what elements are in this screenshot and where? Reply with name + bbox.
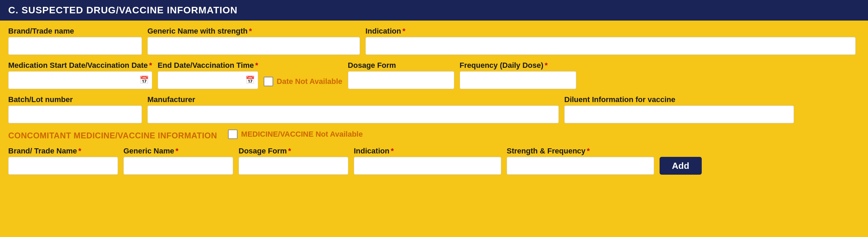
medicine-not-available-label: MEDICINE/VACCINE Not Available <box>241 130 363 139</box>
med-start-input[interactable] <box>8 71 152 89</box>
con-indication-input[interactable] <box>354 157 501 175</box>
con-dosage-label: Dosage Form* <box>239 147 348 155</box>
con-dosage-input[interactable] <box>239 157 348 175</box>
concomitant-title: CONCOMITANT MEDICINE/VACCINE INFORMATION <box>8 131 217 140</box>
diluent-group: Diluent Information for vaccine <box>564 95 794 123</box>
con-brand-input[interactable] <box>8 157 118 175</box>
add-button[interactable]: Add <box>660 157 702 175</box>
end-date-input-wrapper: 📅 <box>158 71 258 89</box>
diluent-label: Diluent Information for vaccine <box>564 95 794 104</box>
con-generic-label: Generic Name* <box>123 147 233 155</box>
form-row-2: Medication Start Date/Vaccination Date* … <box>8 61 860 89</box>
con-strength-group: Strength & Frequency* <box>507 147 654 175</box>
batch-group: Batch/Lot number <box>8 95 142 123</box>
end-date-label: End Date/Vaccination Time* <box>158 61 258 70</box>
medicine-not-available-group: MEDICINE/VACCINE Not Available <box>228 129 363 139</box>
frequency-group: Frequency (Daily Dose)* <box>460 61 576 89</box>
con-brand-group: Brand/ Trade Name* <box>8 147 118 175</box>
concomitant-form-row: Brand/ Trade Name* Generic Name* Dosage … <box>8 147 860 175</box>
con-strength-input[interactable] <box>507 157 654 175</box>
frequency-label: Frequency (Daily Dose)* <box>460 61 576 70</box>
concomitant-header: CONCOMITANT MEDICINE/VACCINE INFORMATION… <box>8 129 860 142</box>
batch-label: Batch/Lot number <box>8 95 142 104</box>
dosage-form-top-group: Dosage Form <box>348 61 454 89</box>
indication-top-input[interactable] <box>365 37 856 55</box>
indication-top-label: Indication* <box>365 27 856 36</box>
con-generic-group: Generic Name* <box>123 147 233 175</box>
con-indication-label: Indication* <box>354 147 501 155</box>
date-not-available-checkbox[interactable] <box>264 77 273 86</box>
dosage-form-top-input[interactable] <box>348 71 454 89</box>
generic-strength-group: Generic Name with strength* <box>147 27 360 55</box>
brand-trade-label: Brand/Trade name <box>8 27 142 36</box>
section-body: Brand/Trade name Generic Name with stren… <box>0 21 868 185</box>
med-start-input-wrapper: 📅 <box>8 71 152 89</box>
generic-strength-label: Generic Name with strength* <box>147 27 360 36</box>
frequency-input[interactable] <box>460 71 576 89</box>
con-strength-label: Strength & Frequency* <box>507 147 654 155</box>
manufacturer-group: Manufacturer <box>147 95 559 123</box>
manufacturer-input[interactable] <box>147 105 559 123</box>
indication-top-group: Indication* <box>365 27 856 55</box>
generic-strength-input[interactable] <box>147 37 360 55</box>
form-row-3: Batch/Lot number Manufacturer Diluent In… <box>8 95 860 123</box>
date-not-available-group: Date Not Available <box>264 77 342 86</box>
medicine-not-available-checkbox[interactable] <box>228 129 238 139</box>
end-date-group: End Date/Vaccination Time* 📅 <box>158 61 258 89</box>
form-row-1: Brand/Trade name Generic Name with stren… <box>8 27 860 55</box>
end-date-input[interactable] <box>158 71 258 89</box>
dosage-form-top-label: Dosage Form <box>348 61 454 70</box>
med-start-group: Medication Start Date/Vaccination Date* … <box>8 61 152 89</box>
con-generic-input[interactable] <box>123 157 233 175</box>
con-indication-group: Indication* <box>354 147 501 175</box>
brand-trade-input[interactable] <box>8 37 142 55</box>
diluent-input[interactable] <box>564 105 794 123</box>
date-not-available-label: Date Not Available <box>277 77 342 86</box>
con-dosage-group: Dosage Form* <box>239 147 348 175</box>
con-brand-label: Brand/ Trade Name* <box>8 147 118 155</box>
section-header: C. SUSPECTED DRUG/VACCINE INFORMATION <box>0 0 868 21</box>
manufacturer-label: Manufacturer <box>147 95 559 104</box>
batch-input[interactable] <box>8 105 142 123</box>
med-start-label: Medication Start Date/Vaccination Date* <box>8 61 152 70</box>
brand-trade-group: Brand/Trade name <box>8 27 142 55</box>
